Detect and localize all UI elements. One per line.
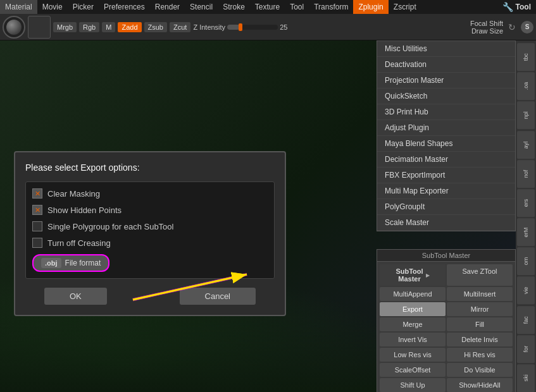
refresh-icon[interactable]: ↻ [506,21,518,34]
turn-off-creasing-checkbox[interactable]: ✕ [32,238,42,248]
zplugin-3d-print-hub[interactable]: 3D Print Hub [377,104,515,120]
show-hidden-points-option: ✕ Show Hidden Points [32,205,268,215]
toolbar: Mrgb Rgb M Zadd Zsub Zcut Z Intensity 25… [0,14,536,40]
sidebar-right-item-9[interactable]: fac [517,306,535,334]
sidebar-right-item-4[interactable]: nof [517,160,535,188]
invert-vis-button[interactable]: Invert Vis [380,333,446,346]
focal-section: Focal Shift Draw Size [470,20,503,35]
menu-item-picker[interactable]: Picker [68,0,99,14]
menu-item-zscript[interactable]: Zscript [389,0,421,14]
sidebar-right-item-11[interactable]: ski [517,364,535,392]
zplugin-polygroupit[interactable]: PolyGroupIt [377,199,515,215]
zadd-button[interactable]: Zadd [118,22,141,32]
menu-item-zplugin[interactable]: Zplugin [353,0,388,14]
fill-button[interactable]: Fill [447,317,513,331]
show-hidden-points-checkbox[interactable]: ✕ [32,205,42,215]
focal-shift-label: Focal Shift [470,20,503,27]
clear-masking-checkbox[interactable]: ✕ [32,188,42,199]
material-sphere[interactable] [3,16,25,39]
draw-size-label: Draw Size [471,27,503,35]
menu-item-texture[interactable]: Texture [250,0,285,14]
subtool-master-button[interactable]: SubToolMaster ▸ [380,264,446,286]
sidebar-right-item-8[interactable]: vie [517,276,535,304]
sidebar-right-item-2[interactable]: npl [517,101,535,129]
tool-label: Tool [516,3,531,11]
show-hide-all-button[interactable]: Show/HideAll [447,378,513,392]
dialog-options-container: ✕ Clear Masking ✕ Show Hidden Points ✕ S… [25,181,275,279]
zplugin-scale-master[interactable]: Scale Master [377,215,515,231]
zplugin-adjust-plugin[interactable]: Adjust Plugin [377,120,515,136]
mrgb-button[interactable]: Mrgb [53,22,77,32]
zplugin-fbx-exportimport[interactable]: FBX ExportImport [377,168,515,183]
zplugin-projection-master[interactable]: Projection Master [377,73,515,89]
z-intensity-control: Z Intensity 25 [193,23,287,31]
m-button[interactable]: M [102,22,115,32]
single-polygroup-label: Single Polygroup for each SubTool [47,222,173,231]
dialog-title: Please select Export options: [25,162,275,173]
do-visible-button[interactable]: Do Visible [447,363,513,377]
z-intensity-label: Z Intensity [193,23,225,31]
menu-item-preferences[interactable]: Preferences [99,0,150,14]
zplugin-dropdown: Misc Utilities Deactivation Projection M… [377,40,516,231]
show-hidden-points-label: Show Hidden Points [47,205,122,215]
clear-masking-option: ✕ Clear Masking [32,188,268,199]
sidebar-right-item-6[interactable]: erM [517,218,535,246]
single-polygroup-checkbox[interactable]: ✕ [32,221,42,231]
clear-masking-label: Clear Masking [47,189,100,199]
turn-off-creasing-option: ✕ Turn off Creasing [32,238,268,248]
dialog-buttons: OK Cancel [25,288,275,305]
scale-offset-button[interactable]: ScaleOffset [380,363,446,377]
rgb-button[interactable]: Rgb [79,22,99,32]
menu-bar: Material Movie Picker Preferences Render… [0,0,536,14]
zplugin-misc-utilities[interactable]: Misc Utilities [377,41,515,57]
sidebar-right-item-3[interactable]: ayl [517,131,535,159]
main-area: Misc Utilities Deactivation Projection M… [0,40,536,392]
single-polygroup-option: ✕ Single Polygroup for each SubTool [32,221,268,231]
ok-button[interactable]: OK [44,288,107,305]
turn-off-creasing-label: Turn off Creasing [47,238,111,248]
export-button[interactable]: Export [380,302,446,316]
z-intensity-slider[interactable] [227,25,278,30]
brush-preview[interactable] [28,16,51,39]
merge-button[interactable]: Merge [380,317,446,331]
file-format-value: .obj [41,258,61,268]
export-dialog: Please select Export options: ✕ Clear Ma… [14,151,286,316]
menu-item-stencil[interactable]: Stencil [185,0,218,14]
file-format-label: File format [65,259,101,267]
hi-res-vis-button[interactable]: Hi Res vis [447,348,513,362]
zsub-button[interactable]: Zsub [144,22,167,32]
sidebar-right-item-10[interactable]: for [517,335,535,363]
sidebar-right-item-5[interactable]: ers [517,189,535,217]
file-format-button[interactable]: .obj File format [32,254,109,272]
zplugin-decimation-master[interactable]: Decimation Master [377,152,515,168]
zplugin-deactivation[interactable]: Deactivation [377,57,515,73]
menu-item-stroke[interactable]: Stroke [218,0,250,14]
sidebar-right-item-1[interactable]: .oa [517,72,535,100]
zplugin-quicksketch[interactable]: QuickSketch [377,89,515,104]
low-res-vis-button[interactable]: Low Res vis [380,348,446,362]
zcut-button[interactable]: Zcut [170,22,190,32]
subtool-master-header: SubTool Master [377,250,515,262]
s-button[interactable]: S [521,21,533,34]
menu-item-render[interactable]: Render [150,0,185,14]
menu-item-material[interactable]: Material [0,0,37,14]
zplugin-maya-blend-shapes[interactable]: Maya Blend Shapes [377,136,515,152]
sidebar-right-item-7[interactable]: om [517,247,535,275]
shift-up-button[interactable]: Shift Up [380,378,446,392]
subtool-master-panel: SubTool Master SubToolMaster ▸ Save ZToo… [377,249,516,392]
file-format-row: .obj File format [32,254,268,272]
menu-item-tool[interactable]: Tool [285,0,309,14]
menu-item-movie[interactable]: Movie [37,0,68,14]
mirror-button[interactable]: Mirror [447,302,513,316]
delete-invis-button[interactable]: Delete Invis [447,333,513,346]
multiappend-button[interactable]: MultiAppend [380,287,446,301]
zplugin-multi-map-exporter[interactable]: Multi Map Exporter [377,183,515,199]
sidebar-right: tbc .oa npl ayl nof ers erM om vie fac f… [516,40,536,392]
sidebar-right-item-0[interactable]: tbc [517,43,535,71]
z-intensity-value: 25 [280,23,287,31]
cancel-button[interactable]: Cancel [180,288,256,305]
save-ztool-button[interactable]: Save ZTool [447,264,513,286]
menu-item-transform[interactable]: Transform [309,0,353,14]
multiinsert-button[interactable]: MultiInsert [447,287,513,301]
subtool-master-grid: SubToolMaster ▸ Save ZTool MultiAppend M… [377,262,515,392]
